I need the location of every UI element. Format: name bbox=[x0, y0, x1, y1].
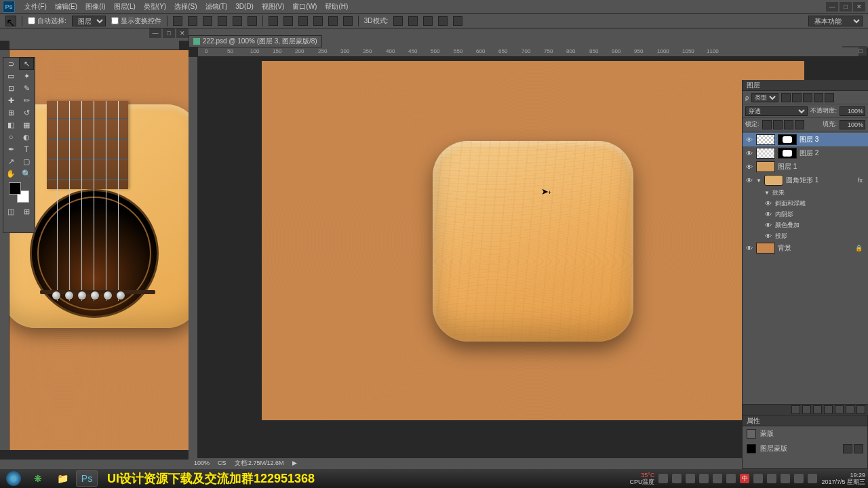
adjustment-icon[interactable] bbox=[824, 405, 833, 414]
tool-gradient[interactable]: ▦ bbox=[19, 119, 34, 131]
layer-background[interactable]: 👁 背景 🔒 bbox=[743, 241, 868, 255]
menu-image[interactable]: 图像(I) bbox=[81, 1, 109, 13]
align-vcenter-icon[interactable] bbox=[188, 16, 197, 26]
tool-hand[interactable]: ✋ bbox=[3, 167, 18, 180]
align-top-icon[interactable] bbox=[173, 16, 182, 26]
visibility-toggle[interactable]: 👁 bbox=[745, 163, 753, 171]
layer-thumb[interactable] bbox=[756, 161, 775, 172]
tool-history[interactable]: ↺ bbox=[19, 106, 34, 119]
delete-layer-icon[interactable] bbox=[856, 405, 865, 414]
doc1-close[interactable]: ✕ bbox=[176, 28, 189, 38]
layer-3[interactable]: 👁 图层 3 bbox=[743, 133, 868, 146]
filter-type-icon[interactable] bbox=[803, 93, 812, 102]
effect-color-overlay[interactable]: 👁颜色叠加 bbox=[743, 220, 868, 230]
distribute-3-icon[interactable] bbox=[298, 16, 308, 26]
tool-stamp[interactable]: ⊞ bbox=[3, 106, 18, 119]
3d-mode-4-icon[interactable] bbox=[438, 16, 448, 26]
menu-edit[interactable]: 编辑(E) bbox=[51, 1, 81, 13]
visibility-toggle[interactable]: 👁 bbox=[745, 136, 753, 144]
distribute-6-icon[interactable] bbox=[343, 16, 353, 26]
tool-brush[interactable]: ✏ bbox=[19, 94, 34, 106]
opacity-input[interactable] bbox=[840, 106, 865, 116]
layer-2[interactable]: 👁 图层 2 bbox=[743, 146, 868, 160]
tool-quickmask[interactable]: ◫ bbox=[3, 205, 18, 218]
layer-thumb[interactable] bbox=[764, 175, 783, 186]
layer-name[interactable]: 圆角矩形 1 bbox=[786, 176, 818, 185]
menu-filter[interactable]: 滤镜(T) bbox=[201, 1, 232, 13]
effect-inner-shadow[interactable]: 👁内阴影 bbox=[743, 209, 868, 220]
tray-icon-10[interactable] bbox=[794, 474, 804, 483]
tray-ime[interactable]: 中 bbox=[740, 474, 749, 483]
menu-window[interactable]: 窗口(W) bbox=[288, 1, 321, 13]
visibility-toggle[interactable]: 👁 bbox=[745, 176, 753, 184]
ruler-vertical-2[interactable] bbox=[189, 57, 198, 458]
status-zoom[interactable]: 100% bbox=[194, 460, 210, 466]
autoselect-select[interactable]: 图层 bbox=[72, 16, 106, 26]
layer-thumb[interactable] bbox=[756, 148, 775, 159]
collapse-toggle[interactable]: ▼ bbox=[756, 178, 762, 184]
visibility-toggle[interactable]: 👁 bbox=[745, 244, 753, 252]
tool-lasso[interactable]: ⊃ bbox=[3, 58, 18, 70]
layer-rounded-rect[interactable]: 👁 ▼ 圆角矩形 1 fx bbox=[743, 174, 868, 187]
3d-mode-1-icon[interactable] bbox=[393, 16, 403, 26]
lock-trans-icon[interactable] bbox=[762, 120, 772, 129]
layer-fx-icon[interactable] bbox=[802, 405, 811, 414]
layer-name[interactable]: 图层 3 bbox=[800, 135, 818, 144]
3d-mode-5-icon[interactable] bbox=[453, 16, 462, 26]
align-right-icon[interactable] bbox=[248, 16, 257, 26]
properties-tab[interactable]: 属性 bbox=[743, 415, 867, 426]
tray-icon-8[interactable] bbox=[767, 474, 776, 483]
layers-tab[interactable]: 图层 bbox=[743, 80, 868, 91]
align-left-icon[interactable] bbox=[218, 16, 227, 26]
tool-zoom[interactable]: 🔍 bbox=[19, 167, 34, 180]
start-button[interactable] bbox=[3, 470, 24, 487]
doc1-maximize[interactable]: □ bbox=[163, 28, 175, 38]
align-hcenter-icon[interactable] bbox=[233, 16, 242, 26]
tool-move[interactable]: ↖ bbox=[19, 58, 34, 70]
layer-1[interactable]: 👁 图层 1 bbox=[743, 160, 868, 174]
show-transform-checkbox[interactable]: 显示变换控件 bbox=[111, 16, 161, 26]
task-explorer[interactable]: 📁 bbox=[52, 470, 73, 487]
distribute-5-icon[interactable] bbox=[328, 16, 338, 26]
tool-blur[interactable]: ○ bbox=[3, 131, 18, 143]
new-layer-icon[interactable] bbox=[846, 405, 854, 414]
autoselect-checkbox[interactable]: 自动选择: bbox=[28, 16, 66, 26]
group-icon[interactable] bbox=[835, 405, 844, 414]
ruler-horizontal-1[interactable] bbox=[9, 41, 179, 50]
tray-icon-1[interactable] bbox=[658, 474, 668, 483]
blend-mode-select[interactable]: 穿透 bbox=[745, 106, 808, 116]
tool-crop[interactable]: ⊡ bbox=[3, 82, 18, 94]
tray-icon-7[interactable] bbox=[753, 474, 763, 483]
tool-screenmode[interactable]: ⊞ bbox=[19, 205, 34, 218]
pixel-mask-icon[interactable] bbox=[843, 444, 852, 453]
distribute-2-icon[interactable] bbox=[283, 16, 293, 26]
workspace-select[interactable]: 基本功能 bbox=[808, 16, 863, 26]
mask-thumb[interactable] bbox=[747, 444, 756, 453]
tray-icon-11[interactable] bbox=[808, 474, 817, 483]
lock-all-icon[interactable] bbox=[795, 120, 804, 129]
menu-layer[interactable]: 图层(L) bbox=[110, 1, 140, 13]
filter-shape-icon[interactable] bbox=[814, 93, 823, 102]
tool-wand[interactable]: ✦ bbox=[19, 70, 34, 82]
menu-view[interactable]: 视图(V) bbox=[258, 1, 288, 13]
lock-pos-icon[interactable] bbox=[784, 120, 793, 129]
filter-smart-icon[interactable] bbox=[825, 93, 834, 102]
tool-eraser[interactable]: ◧ bbox=[3, 119, 18, 131]
effects-header[interactable]: ▼效果 bbox=[743, 187, 868, 198]
tool-shape[interactable]: ▢ bbox=[19, 155, 34, 167]
maximize-button[interactable]: □ bbox=[840, 2, 852, 12]
lock-pixel-icon[interactable] bbox=[773, 120, 783, 129]
fill-input[interactable] bbox=[840, 120, 865, 129]
document-tab[interactable]: 222.psd @ 100% (图层 3, 图层蒙版/8) bbox=[189, 35, 322, 47]
task-app-1[interactable]: ❋ bbox=[27, 470, 49, 487]
filter-pixel-icon[interactable] bbox=[781, 93, 791, 102]
layer-name[interactable]: 图层 2 bbox=[800, 148, 818, 158]
visibility-toggle[interactable]: 👁 bbox=[745, 149, 753, 157]
ruler-horizontal-2[interactable]: 0501001502002503003504004505005506006507… bbox=[198, 47, 859, 57]
layer-mask-thumb[interactable] bbox=[778, 134, 797, 145]
filter-kind-select[interactable]: 类型 bbox=[751, 93, 778, 102]
menu-type[interactable]: 类型(Y) bbox=[140, 1, 170, 13]
tool-path[interactable]: ↗ bbox=[3, 155, 18, 167]
layer-thumb[interactable] bbox=[756, 243, 775, 253]
tray-icon-9[interactable] bbox=[781, 474, 790, 483]
